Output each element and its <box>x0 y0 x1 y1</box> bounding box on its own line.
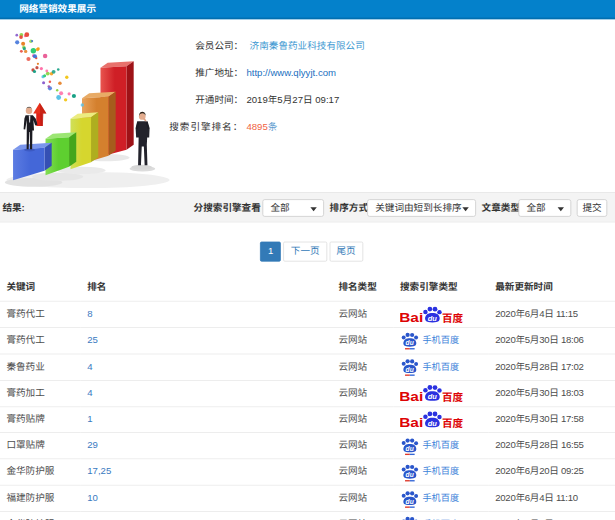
svg-text:Bai: Bai <box>400 415 423 430</box>
svg-text:du: du <box>406 366 414 373</box>
svg-text:百度: 百度 <box>442 310 464 325</box>
svg-text:Bai: Bai <box>400 310 423 325</box>
svg-text:du: du <box>428 392 438 401</box>
svg-text:du: du <box>428 314 438 323</box>
svg-text:Bai: Bai <box>400 389 423 404</box>
svg-text:百度: 百度 <box>442 389 464 404</box>
svg-text:du: du <box>406 445 414 452</box>
svg-text:百度: 百度 <box>442 415 464 430</box>
svg-text:du: du <box>428 419 438 428</box>
svg-text:du: du <box>406 471 414 478</box>
svg-text:du: du <box>406 340 414 347</box>
svg-text:du: du <box>406 497 414 504</box>
